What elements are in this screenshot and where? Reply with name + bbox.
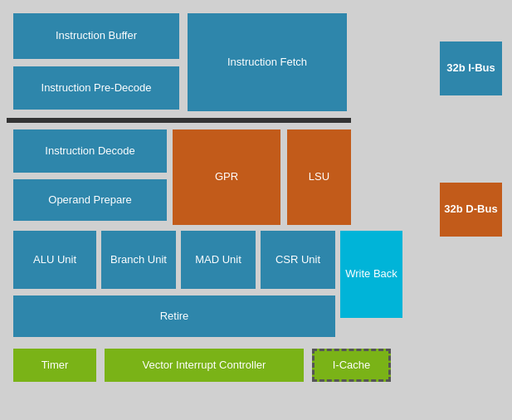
icache-label: I-Cache xyxy=(333,359,371,373)
ibus-label: 32b I-Bus xyxy=(446,61,495,76)
instruction-decode-block: Instruction Decode xyxy=(13,129,167,173)
csr-unit-block: CSR Unit xyxy=(261,231,335,289)
instruction-predecode-label: Instruction Pre-Decode xyxy=(41,81,152,95)
timer-block: Timer xyxy=(13,349,96,382)
gpr-label: GPR xyxy=(215,170,238,184)
icache-block: I-Cache xyxy=(312,349,391,382)
gpr-block: GPR xyxy=(173,129,280,225)
write-back-block: Write Back xyxy=(340,231,402,318)
retire-label: Retire xyxy=(160,310,189,324)
operand-prepare-block: Operand Prepare xyxy=(13,179,167,221)
vic-block: Vector Interrupt Controller xyxy=(105,349,304,382)
ibus-block: 32b I-Bus xyxy=(440,42,502,95)
instruction-fetch-block: Instruction Fetch xyxy=(188,13,347,111)
diagram: Instruction Buffer Instruction Fetch Ins… xyxy=(7,7,422,413)
branch-unit-label: Branch Unit xyxy=(110,253,167,267)
operand-prepare-label: Operand Prepare xyxy=(48,193,131,208)
alu-unit-block: ALU Unit xyxy=(13,231,96,289)
instruction-fetch-label: Instruction Fetch xyxy=(227,56,307,70)
write-back-label: Write Back xyxy=(345,267,397,281)
vic-label: Vector Interrupt Controller xyxy=(143,359,266,373)
timer-label: Timer xyxy=(41,359,69,373)
instruction-buffer-block: Instruction Buffer xyxy=(13,13,179,59)
mad-unit-block: MAD Unit xyxy=(181,231,256,289)
dbus-label: 32b D-Bus xyxy=(444,203,497,217)
mad-unit-label: MAD Unit xyxy=(195,253,241,267)
instruction-buffer-label: Instruction Buffer xyxy=(56,29,137,43)
separator-line xyxy=(7,118,351,123)
lsu-block: LSU xyxy=(287,129,351,225)
csr-unit-label: CSR Unit xyxy=(276,253,320,267)
retire-block: Retire xyxy=(13,295,335,337)
lsu-label: LSU xyxy=(309,170,329,184)
alu-unit-label: ALU Unit xyxy=(33,253,76,267)
instruction-predecode-block: Instruction Pre-Decode xyxy=(13,66,179,110)
branch-unit-block: Branch Unit xyxy=(101,231,176,289)
dbus-block: 32b D-Bus xyxy=(440,183,502,237)
instruction-decode-label: Instruction Decode xyxy=(45,144,134,159)
